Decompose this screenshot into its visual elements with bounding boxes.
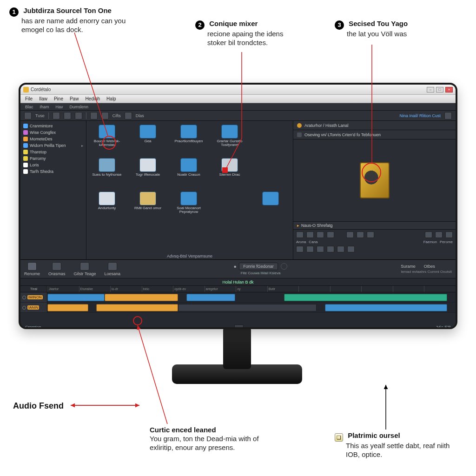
browser-item[interactable] — [211, 192, 248, 222]
settings-icon[interactable] — [281, 263, 287, 270]
mini-button[interactable] — [296, 231, 304, 238]
track-header[interactable]: IANIN — [20, 303, 47, 312]
browser-item[interactable]: Boucel Webmk-kAlensias — [88, 125, 126, 155]
toolbar-button[interactable] — [75, 112, 82, 119]
submenu-item[interactable]: Dumslenn — [70, 105, 89, 109]
file-label: Noatir Crason — [177, 173, 200, 177]
file-label: Togr Iffenocale — [136, 173, 160, 177]
toolbar-button[interactable] — [24, 112, 32, 119]
submenu-item[interactable]: Blac — [25, 105, 33, 109]
toolbar-button[interactable] — [444, 112, 452, 119]
mini-button[interactable] — [367, 231, 374, 238]
ruler-tick: Butir — [267, 286, 299, 292]
file-icon — [99, 158, 115, 172]
mini-button[interactable] — [435, 231, 443, 238]
dropdown[interactable]: Fonrie fGedonar — [239, 263, 278, 270]
minimize-button[interactable]: – — [427, 87, 434, 93]
mini-button[interactable] — [317, 246, 324, 252]
tab-icon — [297, 123, 302, 128]
toolbar-button[interactable] — [125, 112, 132, 119]
sidebar-item[interactable]: Wise Congfex — [21, 129, 85, 136]
mini-button[interactable] — [346, 231, 354, 238]
mini-button[interactable] — [445, 231, 453, 238]
lower-tab[interactable]: Loesana — [104, 262, 120, 276]
submenu-item[interactable]: Hav — [56, 105, 63, 109]
sidebar-item[interactable]: Parrorny — [21, 155, 85, 162]
toolbar-button[interactable] — [64, 112, 71, 119]
menu-item[interactable]: Halp — [106, 96, 116, 101]
browser-item[interactable]: Noatir Crason — [170, 158, 207, 189]
mini-button[interactable] — [327, 246, 334, 252]
close-button[interactable]: × — [445, 87, 453, 93]
track-header[interactable]: IMINON — [20, 292, 47, 302]
browser-item[interactable]: Gea — [129, 125, 166, 155]
browser-item[interactable]: RMil Gand omor — [129, 192, 166, 222]
mini-button[interactable] — [296, 246, 304, 252]
file-icon — [180, 125, 197, 139]
file-label: Gea — [144, 139, 151, 143]
right-tab-label[interactable]: Nina Inail/ Rlition Cust — [399, 113, 441, 118]
file-label: Andurtonty — [98, 206, 116, 210]
mini-button[interactable] — [306, 231, 314, 238]
mini-button[interactable] — [425, 231, 432, 238]
preview-tab-1[interactable]: Araturhor / Hissth Lanal — [293, 121, 456, 130]
sidebar-item[interactable]: Loris — [21, 162, 85, 168]
browser-item[interactable] — [252, 158, 289, 189]
mini-toolbar: AronaCanaFaemonPerome — [293, 230, 456, 259]
lower-tab[interactable]: Orasmas — [48, 262, 66, 276]
lower-tab[interactable]: Gilstr Teage — [74, 262, 96, 276]
sidebar-item[interactable]: Tarlh Shedra — [21, 168, 85, 175]
file-icon — [139, 192, 156, 205]
browser-item[interactable]: Slerren Drac — [211, 158, 248, 189]
sidebar-item[interactable]: Widorn Peilla Tipen▸ — [21, 142, 85, 149]
mini-button[interactable] — [347, 246, 355, 252]
toolbar-button[interactable] — [90, 112, 98, 119]
maximize-button[interactable]: □ — [436, 87, 443, 93]
browser-item[interactable]: Togr Iffenocale — [129, 158, 166, 189]
browser-item[interactable]: Sues to Nythonse — [88, 158, 126, 189]
browser-item[interactable]: Soal Mocanort Pepratyrow — [170, 192, 207, 222]
sidebar-item-label: MometeDes — [30, 137, 53, 141]
preview-tab-2[interactable]: Oseving vn/ LTonris Crten'd fo Tebfonuen — [293, 130, 456, 139]
menu-item[interactable]: Paw — [70, 96, 79, 101]
menu-item[interactable]: File — [25, 96, 33, 101]
mini-button[interactable] — [327, 231, 334, 238]
browser-item[interactable] — [252, 125, 289, 155]
mini-button[interactable] — [306, 246, 314, 252]
track-clips[interactable] — [47, 303, 456, 312]
sidebar: CranmintoreWise CongfexMometeDesWidorn P… — [20, 121, 86, 259]
workspace: CranmintoreWise CongfexMometeDesWidorn P… — [20, 121, 456, 259]
lower-tab[interactable]: Renome — [24, 262, 40, 276]
callout-audio-title: Audio Fsend — [13, 401, 64, 410]
sidebar-item[interactable]: Cranmintore — [21, 123, 85, 129]
track-clips[interactable] — [47, 292, 456, 302]
mini-button[interactable] — [357, 231, 364, 238]
callout-4-title: Curtic enced leaned — [150, 426, 216, 434]
sidebar-item[interactable]: Tharetop — [21, 149, 85, 155]
sidebar-item-label: Cranmintore — [30, 124, 53, 128]
callout-1-body: has are name add enorry can you emogel c… — [21, 17, 139, 34]
browser-item[interactable] — [252, 192, 289, 222]
menu-item[interactable]: Pine — [54, 96, 63, 101]
timeline-ruler[interactable]: Tiral JkartorEtunalkelo-drbidooydir-evar… — [20, 286, 456, 292]
toolbar-button[interactable] — [53, 112, 60, 119]
preview-tab-1-label: Araturhor / Hissth Lanal — [304, 123, 349, 128]
mini-button[interactable] — [317, 231, 324, 238]
sidebar-item[interactable]: MometeDes — [21, 136, 85, 142]
mini-button[interactable] — [337, 246, 344, 252]
visibility-icon[interactable] — [22, 296, 26, 299]
toolbar-button[interactable] — [101, 112, 109, 119]
visibility-icon[interactable] — [22, 306, 26, 310]
browser-item[interactable]: Grartar Gunstlo Tosifpraret — [211, 125, 248, 155]
tab-icon — [297, 132, 302, 137]
submenu-item[interactable]: Iham — [40, 105, 49, 109]
status-button[interactable] — [234, 324, 244, 329]
menu-item[interactable]: Hedinh — [85, 96, 100, 101]
browser-item[interactable]: Praortlornfibuyen — [170, 125, 207, 155]
right-note: Iemad evtaahrs Commi Oxotsti — [401, 270, 452, 274]
menu-item[interactable]: Ilaw — [39, 96, 47, 101]
browser-item[interactable]: Andurtonty — [88, 192, 126, 222]
preview-thumbnail[interactable] — [360, 162, 390, 198]
app-icon — [23, 87, 29, 93]
file-label: Boucel Webmk-kAlensias — [89, 139, 125, 147]
